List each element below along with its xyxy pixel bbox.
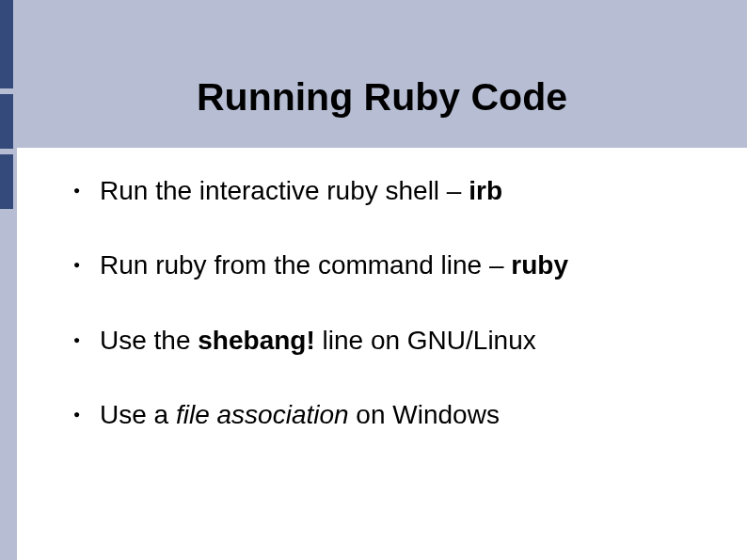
bullet-text: Run the interactive ruby shell –	[100, 176, 469, 205]
slide-title: Running Ruby Code	[197, 75, 567, 120]
bullet-text: Use the	[100, 326, 198, 355]
slide-header: Running Ruby Code	[17, 0, 747, 148]
list-item: Run the interactive ruby shell – irb	[73, 174, 709, 208]
bullet-emphasis: ruby	[511, 250, 568, 280]
bullet-list: Run the interactive ruby shell – irb Run…	[73, 174, 709, 433]
bullet-emphasis: file association	[176, 400, 349, 429]
list-item: Run ruby from the command line – ruby	[73, 248, 709, 282]
list-item: Use a file association on Windows	[73, 398, 709, 432]
bullet-text: on Windows	[349, 400, 500, 429]
bullet-text: Use a	[100, 400, 176, 429]
sidebar-accent-bar	[0, 94, 13, 149]
bullet-emphasis: irb	[469, 176, 502, 205]
bullet-emphasis: shebang!	[198, 326, 314, 355]
sidebar-accent-bar	[0, 154, 13, 209]
bullet-text: line on GNU/Linux	[315, 326, 536, 355]
sidebar-accent-bar	[0, 0, 13, 88]
list-item: Use the shebang! line on GNU/Linux	[73, 324, 709, 358]
slide-body: Run the interactive ruby shell – irb Run…	[17, 148, 747, 560]
bullet-text: Run ruby from the command line –	[100, 250, 511, 280]
